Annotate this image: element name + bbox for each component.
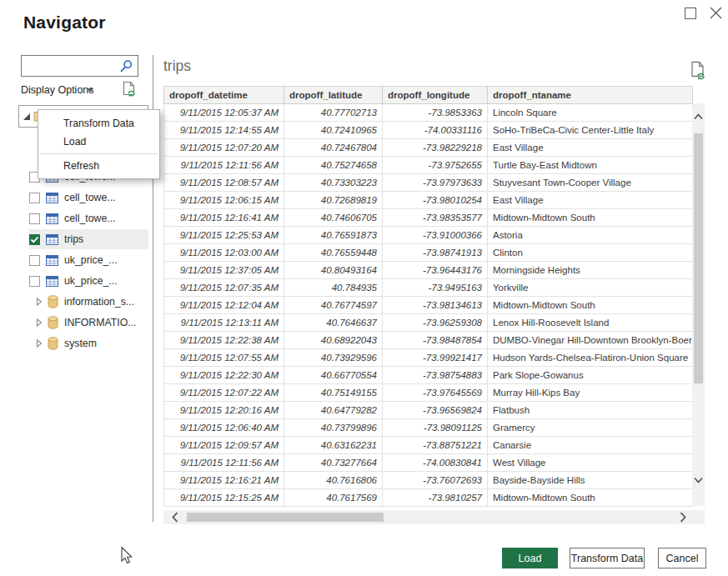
table-row: 9/11/2015 12:05:37 AM40.77702713-73.9853… — [164, 104, 693, 122]
context-menu: Transform DataLoadRefresh — [38, 109, 160, 179]
checkbox-unchecked[interactable] — [29, 255, 40, 266]
cell: -73.88751221 — [383, 437, 488, 454]
column-header-dropoff_latitude: dropoff_latitude — [284, 87, 383, 104]
cell: -73.98487854 — [383, 332, 488, 349]
cell: 9/11/2015 12:08:57 AM — [164, 174, 284, 192]
table-row: 9/11/2015 12:07:55 AM40.73929596-73.9992… — [164, 349, 693, 367]
maximize-icon[interactable] — [685, 8, 696, 19]
expand-toggle[interactable] — [36, 339, 43, 348]
cell: 9/11/2015 12:03:00 AM — [164, 244, 284, 262]
close-icon[interactable] — [709, 6, 723, 20]
cell: 9/11/2015 12:22:38 AM — [164, 332, 284, 349]
table-icon — [46, 213, 58, 224]
tree-item-label: INFORMATIO... — [64, 317, 137, 328]
checkbox-unchecked[interactable] — [29, 276, 40, 287]
checkbox-unchecked[interactable] — [29, 213, 40, 224]
cell: 9/11/2015 12:15:25 AM — [164, 489, 284, 507]
tree-item-INFORMATIO[interactable]: INFORMATIO... — [29, 313, 148, 333]
cell: 40.76591873 — [284, 227, 383, 244]
transform-data-button[interactable]: Transform Data — [570, 548, 645, 568]
cell: 9/11/2015 12:16:21 AM — [164, 472, 284, 489]
cell: DUMBO-Vinegar Hill-Downtown Brooklyn-Boe… — [488, 332, 693, 349]
tree-item-information_s[interactable]: information_s... — [29, 292, 148, 312]
cell: 9/11/2015 12:22:30 AM — [164, 367, 284, 384]
cell: 40.68922043 — [284, 332, 383, 349]
menu-item-refresh[interactable]: Refresh — [38, 157, 159, 175]
expand-toggle[interactable] — [36, 318, 43, 327]
scroll-up-icon[interactable] — [694, 113, 703, 120]
check-icon — [30, 236, 39, 243]
cancel-button[interactable]: Cancel — [658, 548, 706, 568]
cell: 40.73929596 — [284, 349, 383, 367]
table-row: 9/11/2015 12:13:11 AM40.7646637-73.96259… — [164, 314, 693, 332]
chevron-expanded-icon[interactable] — [23, 113, 31, 121]
cell: -73.98134613 — [383, 297, 488, 314]
cell: 9/11/2015 12:13:11 AM — [164, 314, 284, 332]
tree-item-label: information_s... — [64, 296, 134, 308]
scroll-right-icon[interactable] — [680, 512, 686, 523]
refresh-preview-icon[interactable] — [690, 61, 708, 83]
search-box[interactable] — [21, 55, 138, 77]
checkbox-unchecked[interactable] — [29, 193, 40, 203]
menu-item-load[interactable]: Load — [38, 133, 159, 151]
cell: -73.96259308 — [383, 314, 488, 332]
display-options-button[interactable]: Display Options — [21, 84, 94, 96]
page-title: Navigator — [23, 13, 106, 33]
table-row: 9/11/2015 12:12:04 AM40.76774597-73.9813… — [164, 297, 693, 314]
scroll-left-icon[interactable] — [172, 512, 178, 523]
cell: 40.72467804 — [284, 139, 383, 157]
table-row: 9/11/2015 12:16:41 AM40.74606705-73.9835… — [164, 209, 693, 227]
tree-item-label: trips — [64, 233, 83, 245]
cell: -73.9810257 — [383, 489, 488, 507]
data-preview-table: dropoff_datetimedropoff_latitudedropoff_… — [163, 86, 692, 507]
vertical-scrollbar[interactable] — [692, 103, 705, 506]
tree-item-uk_price_[interactable]: uk_price_... — [29, 271, 148, 291]
tree-item-cell_towe[interactable]: cell_towe... — [29, 208, 148, 228]
cell: Morningside Heights — [488, 262, 693, 279]
chevron-down-icon[interactable] — [87, 88, 93, 93]
cell: Astoria — [488, 227, 693, 244]
cell: -73.98229218 — [383, 139, 488, 157]
tree-item-system[interactable]: system — [29, 333, 148, 353]
load-button[interactable]: Load — [502, 548, 558, 568]
horizontal-scrollbar[interactable] — [163, 510, 705, 524]
tree-item-uk_price_[interactable]: uk_price_... — [29, 250, 148, 270]
column-header-dropoff_longitude: dropoff_longitude — [383, 87, 488, 104]
database-icon — [48, 316, 58, 329]
cell: 9/11/2015 12:14:55 AM — [164, 122, 284, 139]
vertical-scroll-thumb[interactable] — [694, 133, 703, 383]
search-icon[interactable] — [119, 59, 133, 73]
cell: 40.63162231 — [284, 437, 383, 454]
search-input[interactable] — [25, 57, 118, 75]
cell: Flatbush — [488, 402, 693, 419]
cell: Stuyvesant Town-Cooper Village — [488, 174, 693, 192]
scroll-down-icon[interactable] — [694, 477, 703, 483]
tree-item-cell_towe[interactable]: cell_towe... — [29, 188, 148, 208]
cell: 40.784935 — [284, 279, 383, 297]
cell: 40.72410965 — [284, 122, 383, 139]
cell: Hudson Yards-Chelsea-Flatiron-Union Squa… — [488, 349, 693, 367]
table-row: 9/11/2015 12:14:55 AM40.72410965-74.0033… — [164, 122, 693, 139]
cell: -73.9853363 — [383, 104, 488, 122]
table-row: 9/11/2015 12:20:16 AM40.64779282-73.9656… — [164, 402, 693, 419]
menu-separator — [40, 153, 158, 154]
horizontal-scroll-thumb[interactable] — [187, 513, 384, 522]
expand-toggle[interactable] — [36, 298, 43, 306]
cell: 9/11/2015 12:12:04 AM — [164, 297, 284, 314]
checkbox-checked[interactable] — [29, 234, 40, 245]
table-row: 9/11/2015 12:06:40 AM40.73799896-73.9809… — [164, 419, 693, 437]
chevron-right-icon — [36, 298, 43, 306]
table-row: 9/11/2015 12:15:25 AM40.7617569-73.98102… — [164, 489, 693, 507]
column-header-dropoff_datetime: dropoff_datetime — [164, 87, 284, 104]
menu-item-transform-data[interactable]: Transform Data — [38, 114, 159, 133]
cell: Canarsie — [488, 437, 693, 454]
cell: 40.7616806 — [284, 472, 383, 489]
cell: 40.76774597 — [284, 297, 383, 314]
table-row: 9/11/2015 12:25:53 AM40.76591873-73.9100… — [164, 227, 693, 244]
tree-item-trips[interactable]: trips — [29, 229, 148, 249]
refresh-list-icon[interactable] — [122, 81, 139, 100]
tree-item-label: cell_towe... — [64, 192, 116, 203]
cell: 40.75149155 — [284, 384, 383, 402]
table-icon — [46, 255, 58, 266]
cell: -74.00331116 — [383, 122, 488, 139]
